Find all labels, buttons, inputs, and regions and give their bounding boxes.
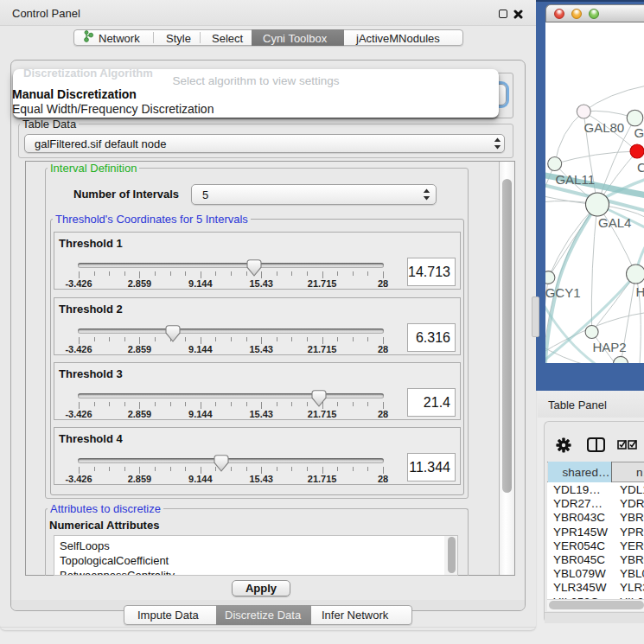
svg-text:GAL11: GAL11 [555, 172, 595, 187]
svg-text:GA…: GA… [634, 125, 644, 140]
svg-text:GAL4: GAL4 [598, 215, 631, 230]
svg-text:C…: C… [637, 160, 644, 175]
svg-text:GAL80: GAL80 [584, 120, 625, 135]
svg-text:GCY1: GCY1 [545, 285, 581, 300]
svg-text:H: H [636, 284, 644, 299]
svg-text:HAP2: HAP2 [593, 340, 627, 354]
